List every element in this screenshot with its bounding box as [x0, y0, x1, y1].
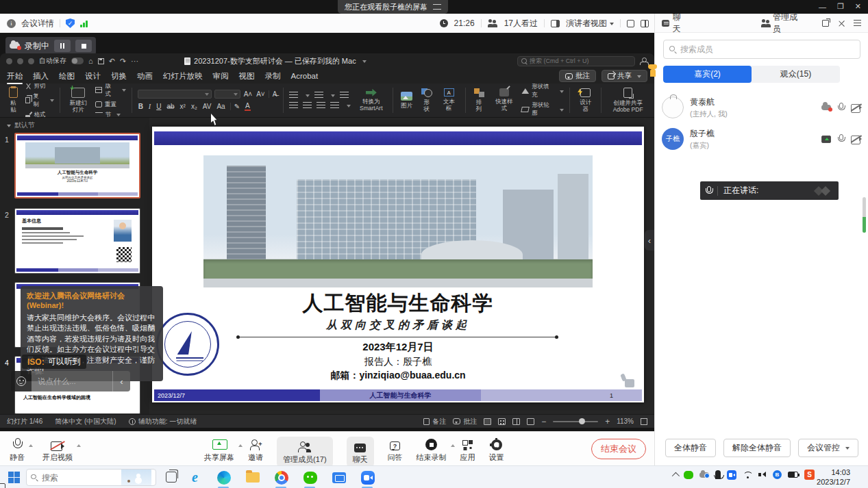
taskbar-search-input[interactable]: [42, 473, 117, 483]
clear-format-button[interactable]: A̶: [269, 90, 278, 98]
battery-icon[interactable]: [788, 472, 798, 478]
stop-recording-button[interactable]: 结束录制: [417, 437, 447, 463]
adobe-pdf-button[interactable]: 创建并共享 Adobe PDF: [607, 86, 649, 114]
mute-all-button[interactable]: 全体静音: [665, 439, 716, 457]
tab-manage-members[interactable]: 管理成员: [761, 12, 800, 35]
font-color-button[interactable]: A: [245, 102, 251, 111]
slideshow-button[interactable]: [527, 418, 534, 425]
thumbs-up-icon[interactable]: [619, 374, 634, 387]
taskbar-search-box[interactable]: [26, 469, 156, 486]
tab-acrobat[interactable]: Acrobat: [291, 72, 319, 80]
shape-fill-button[interactable]: 形状填充: [521, 84, 563, 99]
share-screen-button[interactable]: 共享屏幕: [204, 437, 234, 463]
share-options-chevron[interactable]: [238, 442, 243, 447]
meeting-details-link[interactable]: 会议详情: [21, 18, 54, 29]
section-header[interactable]: 默认节: [0, 118, 149, 131]
banner-menu-icon[interactable]: [433, 4, 441, 10]
emoji-button[interactable]: [11, 371, 32, 391]
tencent-meeting-icon[interactable]: [359, 469, 376, 486]
font-size-select[interactable]: [214, 90, 240, 99]
mic-icon[interactable]: [838, 134, 844, 144]
slide-thumbnail-1[interactable]: 人工智能与生命科学 从双向交叉的矛盾谈起 2023年12月7日: [14, 133, 140, 198]
video-options-chevron[interactable]: [77, 442, 81, 447]
char-spacing-button[interactable]: AV: [202, 103, 212, 110]
network-signal-icon[interactable]: [80, 20, 88, 27]
picture-button[interactable]: 图片: [399, 86, 414, 114]
new-slide-button[interactable]: 新建幻灯片: [66, 86, 91, 114]
underline-button[interactable]: U: [156, 103, 162, 110]
convert-smartart-button[interactable]: 转换为 SmartArt: [355, 86, 387, 114]
close-button[interactable]: ✕: [855, 2, 861, 11]
align-center-icon[interactable]: [303, 102, 312, 109]
bullets-icon[interactable]: [289, 92, 298, 99]
unmute-all-button[interactable]: 解除全体静音: [723, 439, 791, 457]
mac-zoom-icon[interactable]: [28, 58, 34, 64]
mute-button[interactable]: 静音: [10, 437, 25, 463]
stop-recording-button[interactable]: [75, 40, 92, 52]
notification-center-icon[interactable]: [0, 483, 5, 488]
zoom-slider[interactable]: [553, 421, 598, 422]
slide-canvas[interactable]: 人工智能与生命科学 从双向交叉的矛盾谈起 2023年12月7日 报告人：殷子樵 …: [152, 127, 644, 402]
panel-menu-icon[interactable]: [854, 20, 861, 26]
tab-audience[interactable]: 观众(15): [752, 66, 840, 83]
collapse-chat-button[interactable]: ‹: [112, 371, 130, 391]
reading-view-button[interactable]: [512, 418, 520, 425]
tab-draw[interactable]: 绘图: [59, 71, 75, 81]
tab-view[interactable]: 视图: [239, 71, 255, 81]
member-row[interactable]: 子樵 殷子樵 (嘉宾): [662, 123, 862, 155]
screen-cast-icon[interactable]: [330, 469, 347, 486]
grow-font-button[interactable]: A˄: [243, 90, 253, 98]
mic-icon[interactable]: [838, 103, 844, 112]
format-painter-button[interactable]: 格式: [25, 111, 54, 118]
zoom-level[interactable]: 113%: [617, 418, 634, 425]
recording-options-chevron[interactable]: [451, 442, 455, 447]
tab-transitions[interactable]: 切换: [111, 71, 127, 81]
popout-panel-icon[interactable]: [822, 20, 829, 27]
tab-insert[interactable]: 插入: [33, 71, 49, 81]
coauthor-icon[interactable]: [640, 57, 648, 65]
member-search-box[interactable]: [663, 40, 860, 59]
task-view-button[interactable]: [166, 472, 177, 483]
bluetooth-icon[interactable]: B: [773, 470, 782, 479]
shrink-font-button[interactable]: A˅: [256, 90, 266, 98]
camera-off-icon[interactable]: [851, 136, 862, 143]
ppt-search-input[interactable]: [530, 57, 625, 64]
internet-explorer-icon[interactable]: e: [186, 469, 203, 486]
superscript-button[interactable]: x²: [179, 103, 186, 110]
layout-button[interactable]: 版式: [95, 84, 126, 99]
chat-message-input[interactable]: [32, 371, 112, 391]
numbering-icon[interactable]: [314, 92, 323, 99]
comments-button[interactable]: 批注: [453, 417, 477, 426]
quick-styles-button[interactable]: 快速样式: [491, 86, 517, 114]
highlight-color-button[interactable]: ✎: [230, 103, 240, 110]
reset-button[interactable]: 重置: [95, 101, 126, 109]
qa-button[interactable]: ? 问答: [388, 437, 403, 463]
language-status[interactable]: 简体中文 (中国大陆): [55, 417, 116, 426]
meeting-control-button[interactable]: 会议管控: [798, 439, 858, 457]
start-video-button[interactable]: 开启视频: [42, 437, 73, 463]
arrange-button[interactable]: 排列: [471, 86, 487, 114]
zoom-in-button[interactable]: +: [605, 417, 610, 426]
copy-button[interactable]: 复制: [25, 92, 54, 109]
home-icon[interactable]: ⌂: [88, 57, 93, 65]
justify-icon[interactable]: [330, 102, 339, 109]
ppt-comments-button[interactable]: 批注: [559, 70, 596, 82]
fit-slide-icon[interactable]: [641, 418, 647, 425]
sogou-input-icon[interactable]: S: [804, 470, 815, 480]
autosave-toggle[interactable]: [71, 57, 84, 64]
subscript-button[interactable]: x₂: [190, 103, 198, 110]
wifi-icon[interactable]: [743, 472, 752, 478]
file-explorer-icon[interactable]: [244, 469, 261, 486]
chrome-icon[interactable]: [273, 469, 290, 486]
toggle-panel-icon[interactable]: [641, 20, 649, 27]
slide-counter[interactable]: 幻灯片 1/46: [7, 417, 42, 426]
tray-meeting-icon[interactable]: [727, 470, 736, 480]
italic-button[interactable]: I: [148, 103, 151, 110]
invite-button[interactable]: + 邀请: [248, 437, 263, 463]
member-search-input[interactable]: [680, 44, 838, 54]
camera-off-icon[interactable]: [851, 104, 862, 112]
close-panel-icon[interactable]: [839, 20, 844, 27]
tab-slideshow[interactable]: 幻灯片放映: [163, 71, 203, 81]
slide-thumbnail-2[interactable]: 基本信息: [14, 208, 140, 274]
indent-icon[interactable]: [340, 92, 349, 99]
